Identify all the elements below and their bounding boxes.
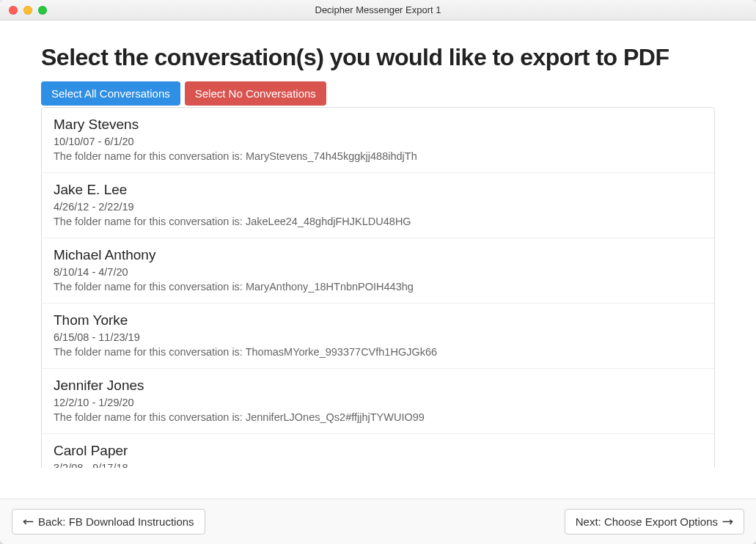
folder-value: ThomasMYorke_993377CVfh1HGJGk66 — [246, 346, 437, 358]
close-icon[interactable] — [9, 6, 18, 15]
conversation-item[interactable]: Jennifer Jones 12/2/10 - 1/29/20 The fol… — [42, 369, 714, 434]
folder-label: The folder name for this conversation is… — [54, 150, 246, 162]
conversation-list-container: Mary Stevens 10/10/07 - 6/1/20 The folde… — [41, 107, 715, 468]
folder-label: The folder name for this conversation is… — [54, 281, 246, 293]
back-button[interactable]: 🡐 Back: FB Download Instructions — [12, 509, 205, 534]
next-button[interactable]: Next: Choose Export Options 🡒 — [565, 509, 744, 534]
conversation-folder: The folder name for this conversation is… — [54, 346, 702, 358]
window-title: Decipher Messenger Export 1 — [0, 4, 756, 15]
folder-label: The folder name for this conversation is… — [54, 346, 246, 358]
conversation-dates: 3/2/08 - 9/17/18 — [54, 462, 702, 468]
arrow-right-icon: 🡒 — [722, 515, 733, 528]
conversation-list: Mary Stevens 10/10/07 - 6/1/20 The folde… — [41, 107, 715, 468]
folder-label: The folder name for this conversation is… — [54, 216, 246, 227]
conversation-name: Jennifer Jones — [54, 378, 702, 394]
conversation-item[interactable]: Carol Paper 3/2/08 - 9/17/18 — [42, 434, 714, 468]
conversation-item[interactable]: Michael Anthony 8/10/14 - 4/7/20 The fol… — [42, 238, 714, 304]
footer-nav: 🡐 Back: FB Download Instructions Next: C… — [0, 499, 756, 544]
window-controls — [9, 6, 47, 15]
conversation-item[interactable]: Mary Stevens 10/10/07 - 6/1/20 The folde… — [42, 108, 714, 173]
next-button-label: Next: Choose Export Options — [576, 515, 718, 528]
conversation-dates: 4/26/12 - 2/22/19 — [54, 201, 702, 213]
arrow-left-icon: 🡐 — [23, 515, 34, 528]
conversation-name: Jake E. Lee — [54, 182, 702, 198]
conversation-name: Michael Anthony — [54, 247, 702, 263]
page-title: Select the conversation(s) you would lik… — [41, 44, 715, 71]
select-none-button[interactable]: Select No Conversations — [185, 81, 326, 106]
select-all-button[interactable]: Select All Conversations — [41, 81, 180, 106]
titlebar: Decipher Messenger Export 1 — [0, 0, 756, 21]
maximize-icon[interactable] — [38, 6, 47, 15]
conversation-dates: 8/10/14 - 4/7/20 — [54, 266, 702, 278]
app-window: Decipher Messenger Export 1 Select the c… — [0, 0, 756, 544]
conversation-dates: 12/2/10 - 1/29/20 — [54, 397, 702, 408]
minimize-icon[interactable] — [23, 6, 32, 15]
conversation-item[interactable]: Jake E. Lee 4/26/12 - 2/22/19 The folder… — [42, 173, 714, 238]
conversation-name: Carol Paper — [54, 443, 702, 459]
conversation-item[interactable]: Thom Yorke 6/15/08 - 11/23/19 The folder… — [42, 304, 714, 369]
conversation-folder: The folder name for this conversation is… — [54, 150, 702, 162]
folder-value: JenniferLJOnes_Qs2#ffjjhjTYWUIO99 — [246, 411, 425, 423]
main-content: Select the conversation(s) you would lik… — [0, 21, 756, 499]
conversation-dates: 10/10/07 - 6/1/20 — [54, 136, 702, 147]
folder-value: MaryAnthony_18HTnbnPOIH443hg — [246, 281, 414, 293]
selection-buttons: Select All Conversations Select No Conve… — [41, 81, 715, 106]
conversation-folder: The folder name for this conversation is… — [54, 216, 702, 227]
conversation-name: Thom Yorke — [54, 312, 702, 328]
conversation-folder: The folder name for this conversation is… — [54, 411, 702, 423]
conversation-name: Mary Stevens — [54, 117, 702, 133]
conversation-dates: 6/15/08 - 11/23/19 — [54, 331, 702, 343]
folder-value: MaryStevens_74h45kggkjj488ihdjTh — [246, 150, 417, 162]
back-button-label: Back: FB Download Instructions — [38, 515, 194, 528]
folder-label: The folder name for this conversation is… — [54, 411, 246, 423]
conversation-folder: The folder name for this conversation is… — [54, 281, 702, 293]
folder-value: JakeLee24_48ghdjFHJKLDU48HG — [246, 216, 411, 227]
